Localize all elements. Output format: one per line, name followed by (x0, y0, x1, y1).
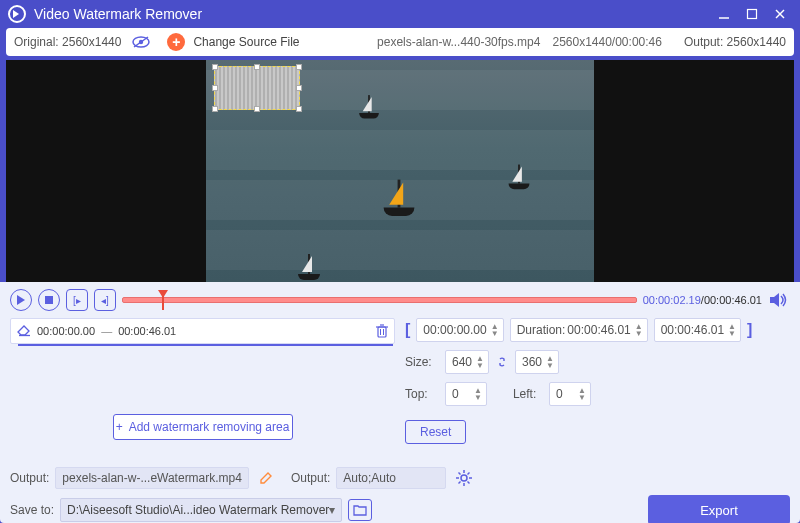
size-label: Size: (405, 355, 439, 369)
video-preview-area (6, 60, 794, 282)
stepper-icon[interactable]: ▲▼ (546, 355, 554, 369)
bottom-bar: Output: pexels-alan-w-...eWatermark.mp4 … (0, 463, 800, 523)
link-aspect-icon[interactable] (495, 355, 509, 369)
preview-visibility-icon[interactable] (129, 33, 153, 51)
volume-icon[interactable] (768, 289, 790, 311)
maximize-button[interactable] (740, 5, 764, 23)
clip-start-bracket-icon[interactable]: [ (405, 321, 410, 339)
add-source-icon[interactable]: + (167, 33, 185, 51)
svg-rect-8 (45, 296, 53, 304)
resize-handle[interactable] (212, 64, 218, 70)
set-start-button[interactable]: [▸ (66, 289, 88, 311)
watermark-selection-box[interactable] (214, 66, 300, 110)
save-to-label: Save to: (10, 503, 54, 517)
save-path-dropdown[interactable]: D:\Aiseesoft Studio\Ai...ideo Watermark … (60, 498, 342, 522)
left-label: Left: (513, 387, 543, 401)
play-button[interactable] (10, 289, 32, 311)
resize-handle[interactable] (296, 106, 302, 112)
segments-panel: 00:00:00.00 — 00:00:46.01 + Add watermar… (10, 318, 395, 440)
video-preview[interactable] (206, 60, 594, 282)
resize-handle[interactable] (254, 64, 260, 70)
resize-handle[interactable] (212, 85, 218, 91)
timeline-time: 00:00:02.19/00:00:46.01 (643, 294, 762, 306)
eraser-icon (17, 325, 31, 337)
stepper-icon[interactable]: ▲▼ (474, 387, 482, 401)
stop-button[interactable] (38, 289, 60, 311)
output-format-box[interactable]: Auto;Auto (336, 467, 446, 489)
resize-handle[interactable] (254, 106, 260, 112)
svg-marker-9 (770, 293, 779, 307)
add-watermark-area-button[interactable]: + Add watermark removing area (113, 414, 293, 440)
segment-start: 00:00:00.00 (37, 325, 95, 337)
svg-rect-1 (748, 10, 757, 19)
svg-marker-7 (17, 295, 25, 305)
stepper-icon[interactable]: ▲▼ (635, 323, 643, 337)
title-bar: Video Watermark Remover (0, 0, 800, 28)
source-meta: 2560x1440/00:00:46 (552, 35, 661, 49)
change-source-link[interactable]: Change Source File (193, 35, 299, 49)
chevron-down-icon: ▾ (329, 503, 335, 517)
output-file-label: Output: (10, 471, 49, 485)
clip-end-bracket-icon[interactable]: ] (747, 321, 752, 339)
svg-line-24 (468, 473, 470, 475)
stepper-icon[interactable]: ▲▼ (728, 323, 736, 337)
clip-start-input[interactable]: 00:00:00.00▲▼ (416, 318, 503, 342)
width-input[interactable]: 640▲▼ (445, 350, 489, 374)
app-logo-icon (8, 5, 26, 23)
segment-end: 00:00:46.01 (118, 325, 176, 337)
source-filename: pexels-alan-w...440-30fps.mp4 (377, 35, 540, 49)
edit-filename-icon[interactable] (259, 471, 273, 485)
export-button[interactable]: Export (648, 495, 790, 523)
output-settings-icon[interactable] (456, 470, 472, 486)
stepper-icon[interactable]: ▲▼ (491, 323, 499, 337)
properties-panel: [ 00:00:00.00▲▼ Duration:00:00:46.01▲▼ 0… (405, 318, 790, 440)
left-input[interactable]: 0▲▼ (549, 382, 591, 406)
delete-segment-icon[interactable] (376, 324, 388, 338)
close-button[interactable] (768, 5, 792, 23)
output-res-label: Output: 2560x1440 (684, 35, 786, 49)
svg-line-22 (459, 473, 461, 475)
resize-handle[interactable] (296, 64, 302, 70)
svg-marker-10 (18, 326, 29, 335)
stepper-icon[interactable]: ▲▼ (578, 387, 586, 401)
playback-controls: [▸ ◂] 00:00:02.19/00:00:46.01 (0, 282, 800, 314)
output-format-label: Output: (291, 471, 330, 485)
original-label: Original: 2560x1440 (14, 35, 121, 49)
minimize-button[interactable] (712, 5, 736, 23)
svg-line-23 (468, 482, 470, 484)
info-strip: Original: 2560x1440 + Change Source File… (6, 28, 794, 56)
svg-point-17 (461, 475, 467, 481)
set-end-button[interactable]: ◂] (94, 289, 116, 311)
resize-handle[interactable] (296, 85, 302, 91)
segment-row[interactable]: 00:00:00.00 — 00:00:46.01 (10, 318, 395, 344)
top-input[interactable]: 0▲▼ (445, 382, 487, 406)
plus-icon: + (116, 420, 123, 434)
resize-handle[interactable] (212, 106, 218, 112)
height-input[interactable]: 360▲▼ (515, 350, 559, 374)
top-label: Top: (405, 387, 439, 401)
clip-duration-input[interactable]: Duration:00:00:46.01▲▼ (510, 318, 648, 342)
clip-end-input[interactable]: 00:00:46.01▲▼ (654, 318, 741, 342)
reset-button[interactable]: Reset (405, 420, 466, 444)
app-title: Video Watermark Remover (34, 6, 202, 22)
svg-line-25 (459, 482, 461, 484)
stepper-icon[interactable]: ▲▼ (476, 355, 484, 369)
svg-rect-12 (378, 327, 386, 337)
timeline-slider[interactable] (122, 292, 637, 308)
open-folder-button[interactable] (348, 499, 372, 521)
output-filename-box: pexels-alan-w-...eWatermark.mp4 (55, 467, 249, 489)
